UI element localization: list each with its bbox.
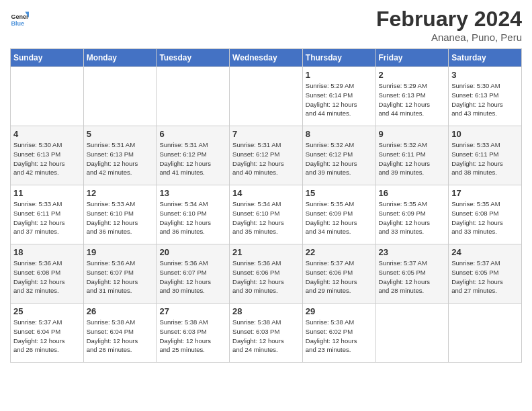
calendar-cell: 2Sunrise: 5:29 AMSunset: 6:13 PMDaylight… — [375, 67, 449, 126]
calendar-week-row: 4Sunrise: 5:30 AMSunset: 6:13 PMDaylight… — [11, 126, 522, 185]
day-info: Sunrise: 5:37 AMSunset: 6:05 PMDaylight:… — [451, 259, 519, 295]
calendar-header-sunday: Sunday — [11, 49, 84, 67]
calendar-cell: 20Sunrise: 5:36 AMSunset: 6:07 PMDayligh… — [157, 244, 230, 304]
day-number: 24 — [451, 247, 519, 257]
day-number: 16 — [379, 188, 446, 198]
calendar-week-row: 18Sunrise: 5:36 AMSunset: 6:08 PMDayligh… — [11, 244, 522, 304]
calendar-week-row: 11Sunrise: 5:33 AMSunset: 6:11 PMDayligh… — [11, 185, 522, 244]
day-info: Sunrise: 5:37 AMSunset: 6:05 PMDaylight:… — [379, 259, 446, 295]
day-number: 19 — [87, 247, 154, 257]
day-number: 25 — [13, 306, 81, 316]
day-info: Sunrise: 5:35 AMSunset: 6:08 PMDaylight:… — [451, 199, 519, 236]
logo: General Blue — [10, 9, 29, 28]
calendar-cell: 6Sunrise: 5:31 AMSunset: 6:12 PMDaylight… — [157, 126, 230, 185]
calendar-cell: 25Sunrise: 5:37 AMSunset: 6:04 PMDayligh… — [11, 304, 84, 363]
calendar-header-row: SundayMondayTuesdayWednesdayThursdayFrid… — [11, 49, 522, 67]
logo-icon: General Blue — [10, 9, 29, 28]
calendar-cell: 9Sunrise: 5:32 AMSunset: 6:11 PMDaylight… — [375, 126, 449, 185]
calendar-header-monday: Monday — [83, 49, 157, 67]
day-info: Sunrise: 5:34 AMSunset: 6:10 PMDaylight:… — [232, 199, 300, 236]
day-number: 23 — [379, 247, 446, 257]
day-number: 11 — [13, 188, 81, 198]
page-title: February 2024 — [376, 7, 522, 32]
day-number: 20 — [159, 247, 226, 257]
day-number: 5 — [87, 129, 154, 139]
calendar-cell — [449, 304, 522, 363]
calendar-cell: 12Sunrise: 5:33 AMSunset: 6:10 PMDayligh… — [83, 185, 157, 244]
calendar-header-tuesday: Tuesday — [157, 49, 230, 67]
page-subtitle: Ananea, Puno, Peru — [376, 32, 522, 43]
day-number: 29 — [306, 306, 373, 316]
calendar-cell — [230, 67, 303, 126]
day-number: 22 — [306, 247, 373, 257]
day-number: 1 — [306, 70, 373, 80]
calendar-cell: 10Sunrise: 5:33 AMSunset: 6:11 PMDayligh… — [449, 126, 522, 185]
day-info: Sunrise: 5:32 AMSunset: 6:11 PMDaylight:… — [379, 140, 446, 177]
calendar-cell: 23Sunrise: 5:37 AMSunset: 6:05 PMDayligh… — [375, 244, 449, 304]
day-number: 10 — [451, 129, 519, 139]
day-number: 7 — [232, 129, 300, 139]
day-info: Sunrise: 5:30 AMSunset: 6:13 PMDaylight:… — [451, 81, 519, 118]
day-number: 3 — [451, 70, 519, 80]
day-number: 14 — [232, 188, 300, 198]
day-number: 18 — [13, 247, 81, 257]
day-info: Sunrise: 5:29 AMSunset: 6:13 PMDaylight:… — [379, 81, 446, 118]
day-number: 2 — [379, 70, 446, 80]
day-info: Sunrise: 5:31 AMSunset: 6:12 PMDaylight:… — [159, 140, 226, 177]
calendar-cell: 26Sunrise: 5:38 AMSunset: 6:04 PMDayligh… — [83, 304, 157, 363]
day-info: Sunrise: 5:32 AMSunset: 6:12 PMDaylight:… — [306, 140, 373, 177]
day-info: Sunrise: 5:33 AMSunset: 6:11 PMDaylight:… — [13, 199, 81, 236]
calendar-cell: 1Sunrise: 5:29 AMSunset: 6:14 PMDaylight… — [302, 67, 375, 126]
day-info: Sunrise: 5:36 AMSunset: 6:07 PMDaylight:… — [87, 259, 154, 295]
day-info: Sunrise: 5:35 AMSunset: 6:09 PMDaylight:… — [306, 199, 373, 236]
title-area: February 2024 Ananea, Puno, Peru — [376, 7, 522, 43]
calendar-cell: 21Sunrise: 5:36 AMSunset: 6:06 PMDayligh… — [230, 244, 303, 304]
day-number: 26 — [87, 306, 154, 316]
calendar-header-saturday: Saturday — [449, 49, 522, 67]
calendar-table: SundayMondayTuesdayWednesdayThursdayFrid… — [10, 48, 522, 363]
day-info: Sunrise: 5:36 AMSunset: 6:07 PMDaylight:… — [159, 259, 226, 295]
day-info: Sunrise: 5:38 AMSunset: 6:03 PMDaylight:… — [159, 318, 226, 355]
calendar-cell: 13Sunrise: 5:34 AMSunset: 6:10 PMDayligh… — [157, 185, 230, 244]
calendar-cell — [157, 67, 230, 126]
calendar-cell: 7Sunrise: 5:31 AMSunset: 6:12 PMDaylight… — [230, 126, 303, 185]
day-number: 28 — [232, 306, 300, 316]
calendar-cell: 11Sunrise: 5:33 AMSunset: 6:11 PMDayligh… — [11, 185, 84, 244]
calendar-cell: 29Sunrise: 5:38 AMSunset: 6:02 PMDayligh… — [302, 304, 375, 363]
day-info: Sunrise: 5:29 AMSunset: 6:14 PMDaylight:… — [306, 81, 373, 118]
calendar-cell: 24Sunrise: 5:37 AMSunset: 6:05 PMDayligh… — [449, 244, 522, 304]
calendar-cell: 18Sunrise: 5:36 AMSunset: 6:08 PMDayligh… — [11, 244, 84, 304]
day-info: Sunrise: 5:37 AMSunset: 6:06 PMDaylight:… — [306, 259, 373, 295]
calendar-week-row: 1Sunrise: 5:29 AMSunset: 6:14 PMDaylight… — [11, 67, 522, 126]
calendar-cell: 15Sunrise: 5:35 AMSunset: 6:09 PMDayligh… — [302, 185, 375, 244]
day-number: 21 — [232, 247, 300, 257]
day-info: Sunrise: 5:36 AMSunset: 6:08 PMDaylight:… — [13, 259, 81, 295]
page-header: General Blue February 2024 Ananea, Puno,… — [10, 7, 522, 43]
day-number: 9 — [379, 129, 446, 139]
calendar-cell — [11, 67, 84, 126]
calendar-header-thursday: Thursday — [302, 49, 375, 67]
calendar-cell: 27Sunrise: 5:38 AMSunset: 6:03 PMDayligh… — [157, 304, 230, 363]
day-info: Sunrise: 5:33 AMSunset: 6:11 PMDaylight:… — [451, 140, 519, 177]
calendar-cell: 28Sunrise: 5:38 AMSunset: 6:03 PMDayligh… — [230, 304, 303, 363]
day-number: 6 — [159, 129, 226, 139]
day-number: 12 — [87, 188, 154, 198]
day-number: 27 — [159, 306, 226, 316]
day-info: Sunrise: 5:35 AMSunset: 6:09 PMDaylight:… — [379, 199, 446, 236]
calendar-cell: 16Sunrise: 5:35 AMSunset: 6:09 PMDayligh… — [375, 185, 449, 244]
calendar-header-friday: Friday — [375, 49, 449, 67]
calendar-cell — [83, 67, 157, 126]
day-info: Sunrise: 5:34 AMSunset: 6:10 PMDaylight:… — [159, 199, 226, 236]
calendar-cell: 22Sunrise: 5:37 AMSunset: 6:06 PMDayligh… — [302, 244, 375, 304]
day-info: Sunrise: 5:31 AMSunset: 6:12 PMDaylight:… — [232, 140, 300, 177]
day-info: Sunrise: 5:37 AMSunset: 6:04 PMDaylight:… — [13, 318, 81, 355]
day-info: Sunrise: 5:33 AMSunset: 6:10 PMDaylight:… — [87, 199, 154, 236]
day-info: Sunrise: 5:38 AMSunset: 6:02 PMDaylight:… — [306, 318, 373, 355]
day-info: Sunrise: 5:31 AMSunset: 6:13 PMDaylight:… — [87, 140, 154, 177]
day-number: 13 — [159, 188, 226, 198]
calendar-cell — [375, 304, 449, 363]
calendar-header-wednesday: Wednesday — [230, 49, 303, 67]
day-number: 15 — [306, 188, 373, 198]
calendar-cell: 19Sunrise: 5:36 AMSunset: 6:07 PMDayligh… — [83, 244, 157, 304]
day-info: Sunrise: 5:30 AMSunset: 6:13 PMDaylight:… — [13, 140, 81, 177]
